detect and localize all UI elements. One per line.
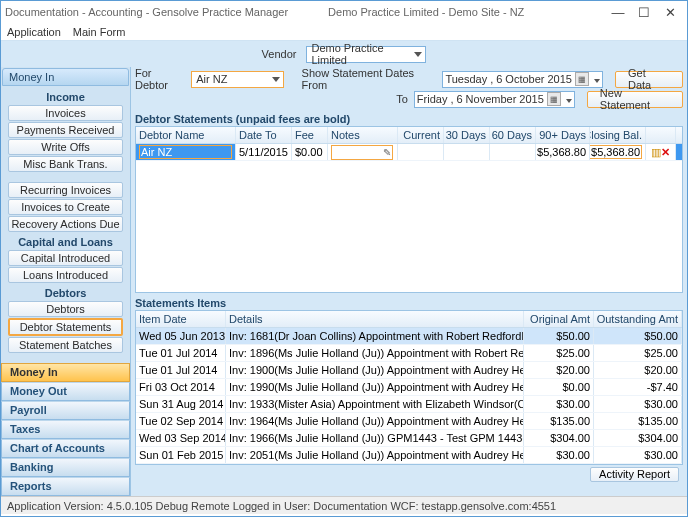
chevron-down-icon[interactable] — [564, 93, 572, 105]
cell-original-amt: $0.00 — [524, 379, 594, 395]
cell-original-amt: $30.00 — [524, 447, 594, 463]
cell-closing-bal: $5,368.80 — [590, 144, 646, 160]
col-closing-bal[interactable]: Closing Bal. — [590, 127, 646, 143]
items-row[interactable]: Fri 03 Oct 2014Inv: 1990(Ms Julie Hollan… — [136, 379, 682, 396]
close-icon[interactable]: ✕ — [657, 5, 683, 20]
cell-notes-edit[interactable]: ✎ — [331, 145, 393, 160]
sidebar-cat-banking[interactable]: Banking — [1, 458, 130, 477]
items-row[interactable]: Wed 05 Jun 2013Inv: 1681(Dr Joan Collins… — [136, 328, 682, 345]
vendor-combo[interactable]: Demo Practice Limited — [306, 46, 426, 63]
col-debtor-name[interactable]: Debtor Name — [136, 127, 236, 143]
sidebar-cat-money-in[interactable]: Money In — [1, 363, 130, 382]
col-90days[interactable]: 90+ Days — [536, 127, 590, 143]
chevron-down-icon[interactable] — [592, 73, 600, 85]
sidebar-item-debtors[interactable]: Debtors — [8, 301, 123, 317]
for-debtor-value: Air NZ — [196, 73, 227, 85]
cell-item-date: Sun 01 Feb 2015 — [136, 447, 226, 463]
cell-outstanding-amt: $20.00 — [594, 362, 682, 378]
sidebar-item-misc-bank-trans[interactable]: Misc Bank Trans. — [8, 156, 123, 172]
sidebar-item-statement-batches[interactable]: Statement Batches — [8, 337, 123, 353]
debtor-grid-header: Debtor Name Date To Fee Notes Current 30… — [136, 127, 682, 144]
new-statement-button[interactable]: New Statement — [587, 91, 683, 108]
calendar-icon[interactable]: ▦ — [547, 92, 561, 106]
vendor-row: Vendor Demo Practice Limited — [1, 41, 687, 67]
sidebar-item-invoices[interactable]: Invoices — [8, 105, 123, 121]
items-row[interactable]: Sun 31 Aug 2014Inv: 1933(Mister Asia) Ap… — [136, 396, 682, 413]
sidebar-item-debtor-statements[interactable]: Debtor Statements — [8, 318, 123, 336]
sidebar-item-recovery-actions-due[interactable]: Recovery Actions Due — [8, 216, 123, 232]
items-row[interactable]: Tue 02 Sep 2014Inv: 1964(Ms Julie Hollan… — [136, 413, 682, 430]
cell-outstanding-amt: $30.00 — [594, 447, 682, 463]
col-fee[interactable]: Fee — [292, 127, 328, 143]
cell-item-date: Fri 03 Oct 2014 — [136, 379, 226, 395]
cell-details: Inv: 2051(Ms Julie Holland (Ju)) Appoint… — [226, 447, 524, 463]
col-30days[interactable]: 30 Days — [444, 127, 490, 143]
col-date-to[interactable]: Date To — [236, 127, 292, 143]
group-income: Income — [3, 88, 128, 104]
debtor-row[interactable]: Air NZ 5/11/2015 $0.00 ✎ $5,368.80 $5,36… — [136, 144, 682, 161]
for-debtor-combo[interactable]: Air NZ — [191, 71, 284, 88]
sidebar-item-payments-received[interactable]: Payments Received — [8, 122, 123, 138]
col-current[interactable]: Current — [398, 127, 444, 143]
col-original-amt[interactable]: Original Amt — [524, 311, 594, 327]
cell-original-amt: $30.00 — [524, 396, 594, 412]
vendor-label: Vendor — [262, 48, 297, 60]
cell-item-date: Tue 01 Jul 2014 — [136, 362, 226, 378]
to-label: To — [298, 93, 408, 105]
window-title-right: Demo Practice Limited - Demo Site - NZ — [328, 6, 524, 18]
cell-details: Inv: 1896(Ms Julie Holland (Ju)) Appoint… — [226, 345, 524, 361]
date-from[interactable]: Tuesday, 6 October 2015 ▦ — [442, 71, 603, 88]
minimize-icon[interactable]: — — [605, 5, 631, 20]
menu-main-form[interactable]: Main Form — [73, 26, 126, 38]
col-outstanding-amt[interactable]: Outstanding Amt — [594, 311, 682, 327]
group-capital-loans: Capital and Loans — [3, 233, 128, 249]
col-item-date[interactable]: Item Date — [136, 311, 226, 327]
sidebar-cat-payroll[interactable]: Payroll — [1, 401, 130, 420]
cell-original-amt: $304.00 — [524, 430, 594, 446]
sidebar-item-invoices-to-create[interactable]: Invoices to Create — [8, 199, 123, 215]
cell-debtor-name: Air NZ — [139, 145, 232, 159]
items-section-title: Statements Items — [135, 297, 683, 309]
sidebar-cat-taxes[interactable]: Taxes — [1, 420, 130, 439]
cell-details: Inv: 1966(Ms Julie Holland (Ju)) GPM1443… — [226, 430, 524, 446]
delete-icon[interactable]: ✕ — [661, 146, 670, 159]
date-to[interactable]: Friday, 6 November 2015 ▦ — [414, 91, 575, 108]
maximize-icon[interactable]: ☐ — [631, 5, 657, 20]
report-icon[interactable]: ▥ — [651, 146, 661, 159]
sidebar-item-capital-introduced[interactable]: Capital Introduced — [8, 250, 123, 266]
menu-application[interactable]: Application — [7, 26, 61, 38]
sidebar: Money In Income Invoices Payments Receiv… — [1, 67, 131, 496]
items-row[interactable]: Sun 01 Feb 2015Inv: 2051(Ms Julie Hollan… — [136, 447, 682, 464]
col-details[interactable]: Details — [226, 311, 524, 327]
cell-outstanding-amt: -$7.40 — [594, 379, 682, 395]
get-data-button[interactable]: Get Data — [615, 71, 683, 88]
cell-90days: $5,368.80 — [536, 144, 590, 160]
debtor-section-title: Debtor Statements (unpaid fees are bold) — [135, 113, 683, 125]
col-60days[interactable]: 60 Days — [490, 127, 536, 143]
sidebar-cat-money-out[interactable]: Money Out — [1, 382, 130, 401]
sidebar-top-tab[interactable]: Money In — [2, 68, 129, 86]
items-grid-header: Item Date Details Original Amt Outstandi… — [136, 311, 682, 328]
cell-details: Inv: 1933(Mister Asia) Appointment with … — [226, 396, 524, 412]
items-row[interactable]: Wed 03 Sep 2014Inv: 1966(Ms Julie Hollan… — [136, 430, 682, 447]
statusbar: Application Version: 4.5.0.105 Debug Rem… — [1, 496, 687, 514]
sidebar-cat-chart-of-accounts[interactable]: Chart of Accounts — [1, 439, 130, 458]
calendar-icon[interactable]: ▦ — [575, 72, 589, 86]
items-row[interactable]: Tue 01 Jul 2014Inv: 1896(Ms Julie Hollan… — [136, 345, 682, 362]
items-row[interactable]: Tue 01 Jul 2014Inv: 1900(Ms Julie Hollan… — [136, 362, 682, 379]
sidebar-item-write-offs[interactable]: Write Offs — [8, 139, 123, 155]
cell-outstanding-amt: $25.00 — [594, 345, 682, 361]
cell-original-amt: $20.00 — [524, 362, 594, 378]
sidebar-item-recurring-invoices[interactable]: Recurring Invoices — [8, 182, 123, 198]
sidebar-item-loans-introduced[interactable]: Loans Introduced — [8, 267, 123, 283]
cell-outstanding-amt: $50.00 — [594, 328, 682, 344]
cell-details: Inv: 1900(Ms Julie Holland (Ju)) Appoint… — [226, 362, 524, 378]
col-notes[interactable]: Notes — [328, 127, 398, 143]
activity-report-button[interactable]: Activity Report — [590, 467, 679, 482]
sidebar-cat-reports[interactable]: Reports — [1, 477, 130, 496]
titlebar: Documentation - Accounting - Gensolve Pr… — [1, 1, 687, 23]
cell-fee: $0.00 — [292, 144, 328, 160]
cell-details: Inv: 1990(Ms Julie Holland (Ju)) Appoint… — [226, 379, 524, 395]
filter-row-1: For Debtor Air NZ Show Statement Dates F… — [135, 69, 683, 89]
cell-60days — [490, 144, 536, 160]
